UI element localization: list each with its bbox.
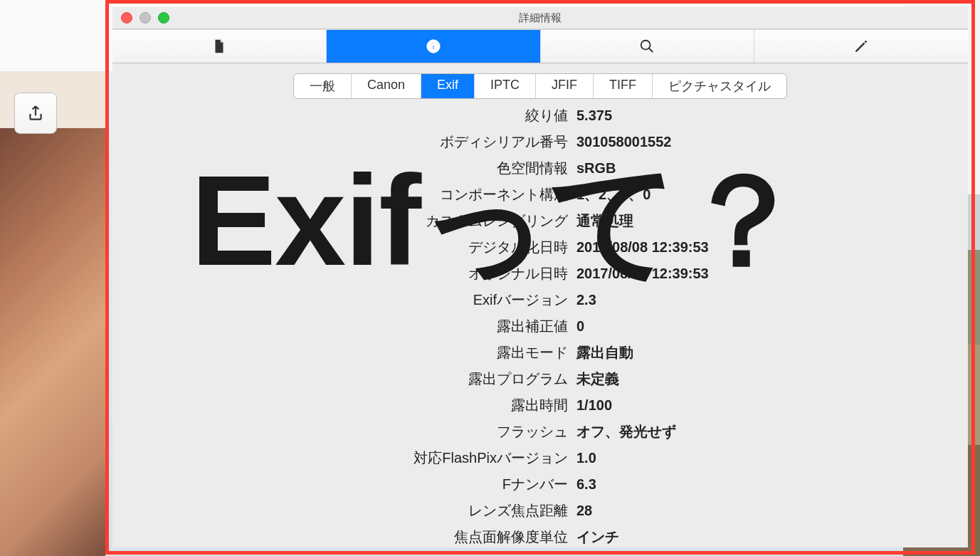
exif-value: インチ — [576, 528, 619, 547]
exif-row: 色空間情報sRGB — [112, 159, 968, 185]
exif-label: 露出モード — [112, 343, 576, 362]
exif-value: 1、2、3、0 — [576, 185, 651, 204]
tab-一般[interactable]: 一般 — [294, 74, 352, 98]
exif-row: オリジナル日時2017/08/08 12:39:53 — [112, 264, 968, 290]
exif-value: 未定義 — [576, 369, 619, 389]
exif-row: カスタムレンダリング通常処理 — [112, 211, 968, 238]
share-button[interactable] — [14, 93, 57, 134]
exif-label: フラッシュ — [112, 422, 576, 441]
exif-label: コンポーネント構成 — [112, 185, 576, 204]
exif-value: 2.3 — [576, 292, 596, 308]
exif-value: 6.3 — [576, 476, 596, 493]
toolbar — [112, 29, 968, 63]
tab-ピクチャスタイル[interactable]: ピクチャスタイル — [653, 74, 786, 98]
window-title: 詳細情報 — [112, 11, 968, 25]
exif-value: 2017/08/08 12:39:53 — [576, 239, 709, 256]
metadata-tabs: 一般CanonExifIPTCJFIFTIFFピクチャスタイル — [112, 73, 968, 99]
exif-label: 露出補正値 — [112, 317, 576, 336]
info-icon — [426, 38, 441, 54]
exif-row: 露出時間1/100 — [112, 396, 968, 422]
exif-label: 対応FlashPixバージョン — [112, 449, 576, 468]
pencil-icon — [853, 38, 869, 54]
background-photo-left — [0, 128, 105, 556]
exif-value: 0 — [576, 318, 584, 335]
exif-label: デジタル化日時 — [112, 238, 576, 257]
exif-label: ボディシリアル番号 — [112, 132, 576, 152]
exif-label: カスタムレンダリング — [112, 211, 576, 231]
exif-row: 露出補正値0 — [112, 317, 968, 343]
exif-label: オリジナル日時 — [112, 264, 576, 283]
exif-row: Exifバージョン2.3 — [112, 290, 968, 317]
exif-label: Fナンバー — [112, 475, 576, 494]
share-icon — [26, 104, 45, 122]
svg-line-4 — [649, 48, 653, 53]
tab-jfif[interactable]: JFIF — [536, 74, 594, 98]
exif-row: コンポーネント構成1、2、3、0 — [112, 185, 968, 211]
toolbar-info-button[interactable] — [327, 30, 541, 63]
exif-label: 絞り値 — [112, 106, 576, 125]
exif-value: 301058001552 — [576, 134, 671, 150]
tab-canon[interactable]: Canon — [352, 74, 421, 98]
exif-label: Exifバージョン — [112, 290, 576, 310]
desktop-background: 詳細情報 一般CanonExifIPTCJFIFTIFFピクチャスタイル — [0, 0, 980, 556]
svg-rect-2 — [433, 43, 434, 44]
tab-iptc[interactable]: IPTC — [475, 74, 536, 98]
exif-value: 28 — [576, 503, 592, 519]
exif-value: 5.375 — [576, 107, 612, 124]
info-window: 詳細情報 一般CanonExifIPTCJFIFTIFFピクチャスタイル — [112, 7, 968, 547]
exif-value: sRGB — [576, 160, 616, 177]
exif-row: 焦点面解像度単位インチ — [112, 528, 968, 547]
exif-row: デジタル化日時2017/08/08 12:39:53 — [112, 238, 968, 264]
tab-exif[interactable]: Exif — [421, 74, 475, 98]
toolbar-search-button[interactable] — [541, 30, 755, 63]
exif-label: 焦点面解像度単位 — [112, 528, 576, 547]
exif-row: 露出モード露出自動 — [112, 343, 968, 369]
search-icon — [639, 38, 655, 54]
exif-row: ボディシリアル番号301058001552 — [112, 132, 968, 159]
exif-value: 1/100 — [576, 397, 612, 414]
exif-label: 露出時間 — [112, 396, 576, 415]
exif-value: 2017/08/08 12:39:53 — [576, 266, 709, 282]
exif-label: 色空間情報 — [112, 159, 576, 178]
tab-tiff[interactable]: TIFF — [594, 74, 653, 98]
exif-content: 絞り値5.375ボディシリアル番号301058001552色空間情報sRGBコン… — [112, 106, 968, 547]
highlight-border: 詳細情報 一般CanonExifIPTCJFIFTIFFピクチャスタイル — [105, 0, 975, 555]
exif-row: 対応FlashPixバージョン1.0 — [112, 449, 968, 475]
exif-row: 露出プログラム未定義 — [112, 369, 968, 396]
file-icon — [211, 38, 227, 54]
svg-rect-1 — [433, 45, 434, 49]
exif-row: Fナンバー6.3 — [112, 475, 968, 501]
exif-row: フラッシュオフ、発光せず — [112, 422, 968, 449]
exif-row: 絞り値5.375 — [112, 106, 968, 132]
titlebar[interactable]: 詳細情報 — [112, 7, 968, 29]
toolbar-edit-button[interactable] — [754, 30, 968, 63]
toolbar-file-button[interactable] — [112, 30, 327, 63]
exif-value: 1.0 — [576, 450, 596, 466]
exif-value: 通常処理 — [576, 211, 633, 231]
exif-value: 露出自動 — [576, 343, 633, 362]
exif-label: レンズ焦点距離 — [112, 501, 576, 520]
exif-row: レンズ焦点距離28 — [112, 501, 968, 528]
exif-value: オフ、発光せず — [576, 422, 676, 441]
exif-label: 露出プログラム — [112, 369, 576, 389]
svg-point-3 — [641, 41, 650, 50]
